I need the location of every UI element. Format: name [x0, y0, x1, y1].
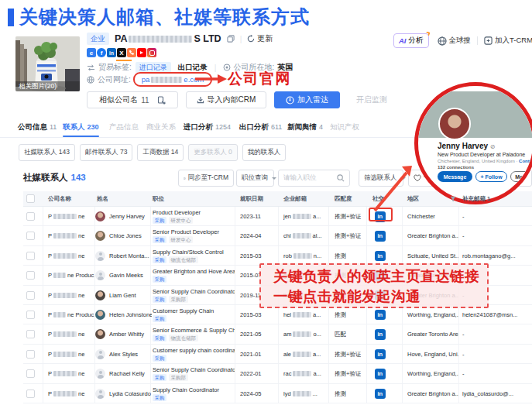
icon-underline [116, 60, 132, 61]
region-filter-icon[interactable] [450, 196, 456, 202]
company-cell: Pne Produc... [48, 266, 94, 285]
extra-email-cell: - [462, 226, 532, 245]
select-all-checkbox[interactable] [26, 194, 35, 203]
department-tag: 采购部 [169, 296, 188, 303]
row-checkbox[interactable] [26, 311, 35, 319]
chip-1[interactable]: 社媒联系人 143 [19, 144, 75, 161]
website-icon[interactable]: e [87, 48, 96, 57]
company-email: lyd... [283, 384, 330, 403]
ai-analysis-button[interactable]: AI分析 [393, 33, 429, 48]
position-tags: 采购物流仓储部 [153, 256, 198, 263]
linkedin-link-icon[interactable]: in [375, 389, 386, 400]
row-checkbox[interactable] [26, 232, 35, 240]
row-checkbox[interactable] [26, 390, 35, 398]
follow-button[interactable]: + Follow [475, 171, 507, 182]
contact-name[interactable]: Chloe Jones [109, 226, 152, 245]
contact-info-link[interactable]: Contact info [519, 159, 532, 163]
role-tag: 采购 [153, 335, 166, 342]
position-text: Customer Supply Chain [153, 307, 235, 314]
linkedin-link-icon[interactable]: in [375, 329, 386, 340]
tab-8[interactable]: 知识产权 [330, 118, 359, 137]
col-header-6: 匹配度 [335, 191, 352, 207]
export-record-link[interactable]: 出口记录 [178, 63, 208, 73]
sparkle-icon [425, 32, 430, 36]
tab-7[interactable]: 新闻舆情4 [287, 118, 323, 137]
hire-date: 2023-11 [240, 207, 261, 226]
linkedin-link-icon[interactable]: in [375, 349, 386, 360]
position-text: Senior Ecommerce & Supply Cha... [153, 327, 235, 334]
department-tag: 采购部 [169, 374, 188, 381]
col-header-5: 企业邮箱 [283, 191, 307, 207]
department-tag: 物流仓储部 [169, 256, 198, 263]
row-checkbox[interactable] [26, 212, 35, 221]
linkedin-icon[interactable]: in [107, 48, 116, 57]
region-cell: Worthing, England,... [407, 364, 458, 383]
copy-icon[interactable] [227, 35, 235, 43]
tcrm-icon [484, 36, 493, 45]
sync-tcrm-button[interactable]: 同步至T-CRM [178, 170, 234, 187]
tab-4[interactable]: 商业关系 [146, 118, 176, 137]
tab-2[interactable]: 联系人230 [63, 118, 99, 137]
col-header-9: 补充邮箱 1 [462, 191, 490, 207]
tab-5[interactable]: 进口分析1254 [184, 118, 231, 137]
row-checkbox[interactable] [26, 350, 35, 359]
contact-name[interactable]: Robert Monta... [109, 246, 152, 266]
global-search-button[interactable]: 全球搜 [438, 36, 472, 46]
tab-3[interactable]: 产品信息 [109, 118, 139, 137]
linkedin-headline: New Product Developer at Paladone [438, 152, 525, 157]
hire-date: 2022-01 [240, 364, 262, 383]
chip-4[interactable]: 更多联系人 0 [188, 144, 238, 161]
company-name: PAS LTD [115, 33, 221, 44]
row-checkbox[interactable] [26, 291, 35, 300]
facebook-icon[interactable]: f [97, 48, 106, 57]
join-tcrm-button[interactable]: 加入T-CRM [484, 36, 532, 46]
x-icon[interactable]: X [117, 48, 126, 57]
contact-name[interactable]: Liam Gent [109, 286, 152, 305]
refresh-label[interactable]: 更新 [257, 33, 273, 44]
refresh-icon[interactable] [247, 35, 255, 43]
contact-name[interactable]: Gavin Meeks [109, 266, 152, 285]
contact-avatar [95, 251, 105, 261]
contact-name[interactable]: Alex Styles [109, 345, 152, 364]
role-tag: 采购 [153, 236, 166, 243]
chip-5[interactable]: 我的联系人 [242, 144, 287, 161]
row-checkbox[interactable] [26, 252, 35, 260]
phone-icon[interactable] [127, 48, 136, 57]
message-button[interactable]: Message [438, 171, 472, 182]
department-tag: 研发中心 [169, 217, 193, 224]
contact-name[interactable]: Lydia Colasurdo [109, 384, 152, 403]
chip-2[interactable]: 邮件联系人 73 [80, 144, 132, 161]
row-checkbox[interactable] [26, 271, 35, 280]
role-tag: 采购 [153, 256, 166, 263]
row-checkbox[interactable] [26, 330, 35, 338]
website-line: 公司网址: pae.com [87, 72, 212, 87]
import-crm-button[interactable]: 导入内部CRM [186, 91, 266, 108]
monitor-button[interactable]: 开启监测 [347, 91, 396, 108]
tab-1[interactable]: 公司信息11 [18, 118, 57, 137]
import-icon [197, 96, 204, 104]
contact-avatar [95, 329, 105, 339]
trade-label: 贸易标签: [98, 62, 132, 73]
linkedin-name: Jenny Harvey ⊘ [438, 142, 496, 150]
contact-name[interactable]: Helen Johnstone [109, 305, 152, 324]
add-radar-button[interactable]: 加入雷达 [274, 91, 340, 108]
annotation-line1: 关键负责人的领英主页直达链接 [273, 266, 479, 286]
youtube-icon[interactable] [137, 48, 146, 57]
linkedin-link-icon[interactable]: in [375, 369, 386, 379]
contact-name[interactable]: Rachael Kelly [109, 364, 152, 383]
title-accent-bar [8, 9, 14, 26]
similar-company-button[interactable]: 相似公司名11 [87, 91, 178, 108]
tab-6[interactable]: 出口分析611 [239, 118, 282, 137]
linkedin-link-icon[interactable]: in [375, 310, 386, 321]
job-search-input[interactable]: 请输入职位 [278, 170, 350, 187]
linkedin-link-icon[interactable]: in [375, 251, 386, 262]
linkedin-link-icon[interactable]: in [375, 231, 386, 242]
company-photo[interactable]: 相关图片(20) [15, 36, 80, 91]
contact-name[interactable]: Amber Whitty [109, 324, 152, 344]
instagram-icon[interactable] [147, 48, 156, 57]
chip-3[interactable]: 工商数据 14 [137, 144, 184, 161]
contact-name[interactable]: Jenny Harvey [109, 207, 152, 226]
job-query-select[interactable]: 职位查询 [236, 170, 274, 187]
row-checkbox[interactable] [26, 369, 35, 378]
position-text: Supply Chain Coordinator [153, 386, 235, 393]
